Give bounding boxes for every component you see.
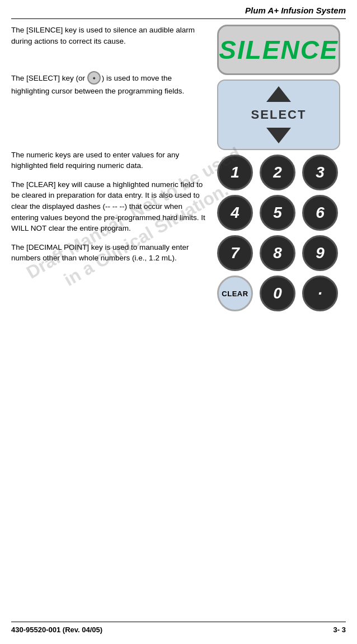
decimal-description: The [DECIMAL POINT] key is used to manua… [11,242,206,264]
clear-description: The [CLEAR] key will cause a highlighted… [11,179,206,234]
key-8[interactable]: 8 [260,235,295,271]
page-footer: 430-95520-001 (Rev. 04/05) 3- 3 [11,622,346,634]
key-clear[interactable]: CLEAR [217,276,253,311]
arrow-down-icon [266,128,291,143]
silence-button[interactable]: SILENCE [217,25,340,75]
key-3[interactable]: 3 [302,155,338,190]
select-icon: ⬥ [87,71,102,86]
key-6[interactable]: 6 [302,195,338,231]
select-icon-inner: ⬥ [87,71,101,85]
silence-label: SILENCE [219,35,338,65]
right-column: SILENCE SELECT 1 2 3 4 5 6 7 8 9 CLEAR [212,25,346,311]
silence-description: The [SILENCE] key is used to silence an … [11,25,206,46]
page-container: Plum A+ Infusion System The [SILENCE] ke… [0,0,357,644]
key-5[interactable]: 5 [260,195,295,231]
key-2[interactable]: 2 [260,155,295,190]
footer-right: 3- 3 [333,626,346,634]
page-header: Plum A+ Infusion System [11,6,346,19]
select-text-before: The [SELECT] key (or [11,74,87,82]
main-content: The [SILENCE] key is used to silence an … [11,25,346,311]
select-button[interactable]: SELECT [217,80,340,150]
key-decimal[interactable]: · [302,276,338,311]
select-label: SELECT [251,108,307,122]
key-7[interactable]: 7 [217,235,253,271]
key-9[interactable]: 9 [302,235,338,271]
numeric-keypad: 1 2 3 4 5 6 7 8 9 CLEAR 0 · [217,155,340,311]
key-4[interactable]: 4 [217,195,253,231]
arrow-up-icon [266,86,291,102]
header-title: Plum A+ Infusion System [245,6,346,15]
footer-left: 430-95520-001 (Rev. 04/05) [11,626,102,634]
left-column: The [SILENCE] key is used to silence an … [11,25,206,311]
key-1[interactable]: 1 [217,155,253,190]
numeric-description: The numeric keys are used to enter value… [11,150,206,171]
key-0[interactable]: 0 [260,276,295,311]
select-description: The [SELECT] key (or ⬥) is used to move … [11,71,206,97]
